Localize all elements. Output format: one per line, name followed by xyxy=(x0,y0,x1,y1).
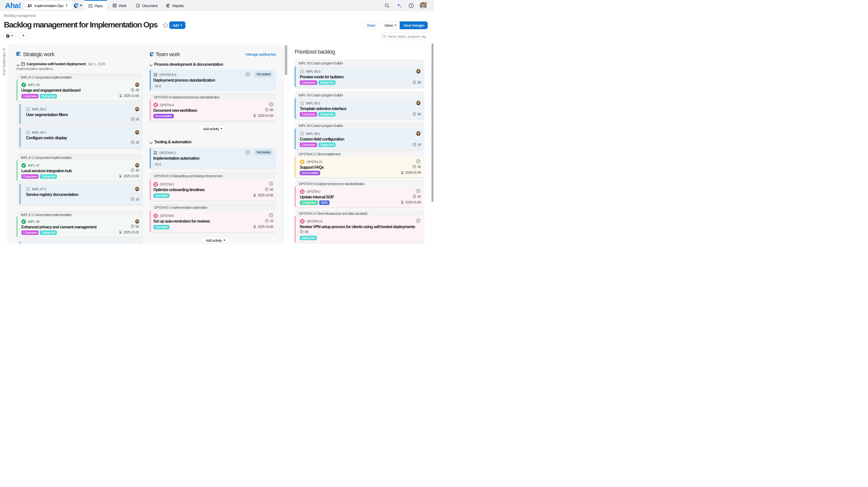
svg-text:?: ? xyxy=(410,4,412,7)
